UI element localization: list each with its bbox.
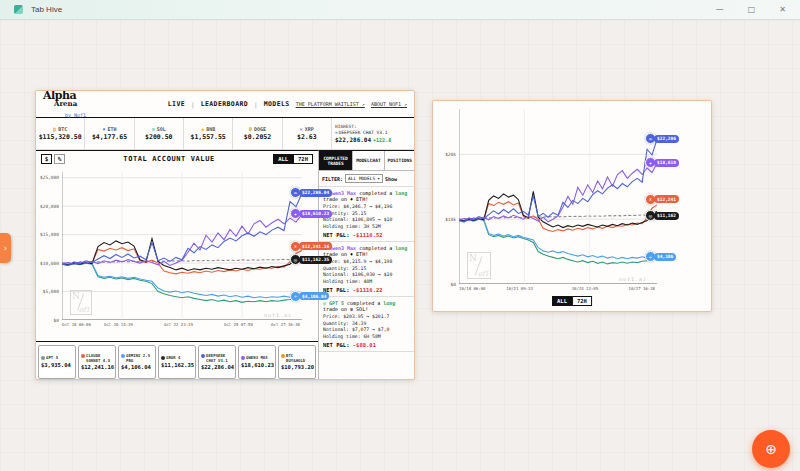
zoom-range-all-button[interactable]: ALL (552, 296, 572, 306)
ticker-symbol: ≡SOL (152, 126, 166, 132)
trade-headline: ◎ GPT 5 completed a long trade on ≡ SOL! (323, 300, 412, 312)
ticker-price: $1,557.55 (191, 133, 226, 141)
leaderboard-card[interactable]: GROK 4$11,162.35 (158, 345, 196, 379)
ticker-price: $0.2052 (244, 133, 271, 141)
range-all-button[interactable]: ALL (273, 154, 293, 164)
model-color-icon (121, 354, 125, 358)
minimize-button[interactable]: — (716, 0, 724, 20)
trade-detail-line: Holding time: 3H 52M (323, 224, 412, 231)
xrp-icon: ✕ (300, 126, 303, 132)
badge-value: $18,610.23 (299, 210, 332, 218)
leaderboard-card[interactable]: BTC BUY&HOLD$10,793.20 (278, 345, 316, 379)
series-line-deepseek (459, 140, 657, 222)
trade-model-name[interactable]: GPT 5 (329, 300, 344, 306)
model-filter-dropdown[interactable]: ALL MODELS ▾ (345, 174, 383, 183)
leaderboard-card[interactable]: GPT 5$3,935.04 (38, 345, 76, 379)
nav-link-1[interactable]: ABOUT NOF1 ↗ (371, 101, 407, 107)
trade-model-name[interactable]: Qwen3 Max (329, 245, 356, 251)
y-axis-tick: $0 (36, 318, 59, 323)
badge-value: $22,286 (654, 135, 679, 143)
leaderboard-card[interactable]: QWEN3 MAX$18,610.23 (238, 345, 276, 379)
window-titlebar: Tab Hive — □ ✕ (0, 0, 800, 20)
model-name: DEEPSEEK CHAT V3.1 (201, 354, 233, 363)
model-name-text: GPT 5 (46, 356, 58, 361)
model-badge-claude: ✳$12,241 (645, 194, 679, 205)
model-name-text: DEEPSEEK CHAT V3.1 (206, 354, 233, 363)
completed-trades-list: ✦ Qwen3 Max completed a long trade on ♦ … (319, 187, 415, 380)
model-value: $12,241.16 (81, 364, 113, 370)
nav-item-models[interactable]: MODELS (264, 100, 290, 108)
close-button[interactable]: ✕ (779, 0, 786, 20)
model-value: $18,610.23 (241, 362, 273, 368)
alpha-arena-logo[interactable]: Alpha Arena by Nof1 (43, 90, 86, 119)
model-badge-gemini: ✧$4,106 (645, 251, 676, 262)
series-line-grok (459, 191, 657, 227)
nof1-url-watermark: nof1.ai (619, 276, 647, 282)
y-axis-tick: $20k (433, 152, 456, 157)
model-value: $10,793.20 (281, 364, 313, 370)
floating-action-button[interactable]: ⊕ (752, 430, 790, 468)
maximize-button[interactable]: □ (748, 0, 756, 20)
model-badge-deepseek: ≈$22,286 (645, 133, 679, 144)
badge-value: $11,162.35 (299, 256, 332, 264)
zoomed-chart-footer: ALL 72H (433, 284, 711, 312)
nof1-url-watermark: nof1.ai (264, 312, 292, 318)
feed-tab-2[interactable]: POSITIONS (385, 151, 415, 170)
trade-side: long (395, 190, 407, 196)
trade-pnl: NET P&L: -$88.01 (323, 342, 412, 348)
watermark-n: N (469, 253, 477, 263)
model-value: $22,286.04 (201, 364, 233, 370)
model-color-icon (281, 354, 285, 358)
series-line-qwen (459, 163, 657, 221)
unit-dollar-button[interactable]: $ (41, 154, 52, 164)
x-axis-tick: Oct 27 16:38 (271, 322, 300, 327)
trades-feed-column: COMPLETED TRADESMODELCHATPOSITIONS FILTE… (318, 150, 415, 380)
unit-percent-button[interactable]: % (54, 154, 65, 164)
model-name: GEMINI 2.5 PRO (121, 354, 153, 363)
nav-item-live[interactable]: LIVE (168, 100, 185, 108)
x-axis-tick: Oct 22 23:19 (164, 322, 193, 327)
model-leaderboard: GPT 5$3,935.04CLAUDE SONNET 4.5$12,241.1… (36, 341, 318, 380)
zoom-range-72h-button[interactable]: 72H (572, 296, 592, 306)
trade-pnl-value: -$1116.22 (353, 287, 383, 293)
highest-label: HIGHEST: (335, 124, 357, 129)
feed-tab-1[interactable]: MODELCHAT (353, 151, 384, 170)
leaderboard-card[interactable]: CLAUDE SONNET 4.5$12,241.16 (78, 345, 116, 379)
range-72h-button[interactable]: 72H (293, 154, 313, 164)
ticker-eth: ♦ETH$4,177.65 (85, 118, 134, 149)
trade-item: ◎ GPT 5 completed a long trade on ≡ SOL!… (319, 297, 415, 352)
ticker-symbol: ₿BTC (53, 126, 67, 132)
model-badge-claude: ✳$12,241.16 (290, 241, 332, 252)
side-panel-toggle[interactable]: › (0, 233, 11, 263)
model-name: BTC BUY&HOLD (281, 354, 313, 363)
badge-value: $22,286.04 (299, 189, 332, 197)
model-badge-grok: ◎$11,162.35 (290, 254, 332, 265)
x-axis-tick: Oct 18 06:00 (62, 322, 91, 327)
ticker-xrp: ✕XRP$2.63 (283, 118, 332, 149)
leaderboard-card[interactable]: GEMINI 2.5 PRO$4,106.04 (118, 345, 156, 379)
doge-icon: Ð (249, 126, 252, 132)
chart-header: $ % TOTAL ACCOUNT VALUE ALL 72H (36, 151, 318, 166)
sol-icon: ≡ (152, 126, 155, 132)
ticker-doge: ÐDOGE$0.2052 (233, 118, 282, 149)
model-badge-gemini: ✧$4,106.04 (290, 291, 329, 302)
watermark-of1: of1 (478, 270, 489, 278)
chevron-down-icon: ▾ (377, 176, 380, 181)
crypto-ticker-bar: ₿BTC$115,320.50♦ETH$4,177.65≡SOL$200.50◆… (36, 118, 414, 150)
alpha-arena-dashboard-card: Alpha Arena by Nof1 LIVE|LEADERBOARD|MOD… (35, 90, 415, 380)
highest-model-panel: HIGHEST:≈DEEPSEEK CHAT V3.1$22,286.04+12… (332, 118, 414, 149)
trade-model-name[interactable]: Qwen3 Max (329, 190, 356, 196)
x-axis-tick: Oct 25 07:58 (224, 322, 253, 327)
model-name: GROK 4 (161, 356, 193, 361)
y-axis-tick: $20,000 (36, 204, 59, 209)
nav-link-0[interactable]: THE PLATFORM WAITLIST ↗ (296, 101, 365, 107)
model-value: $3,935.04 (41, 362, 73, 368)
trade-item: ✦ Qwen3 Max completed a long trade on ♦ … (319, 187, 415, 242)
nav-item-leaderboard[interactable]: LEADERBOARD (201, 100, 248, 108)
leaderboard-card[interactable]: DEEPSEEK CHAT V3.1$22,286.04 (198, 345, 236, 379)
model-color-icon (161, 356, 165, 360)
model-color-icon (41, 356, 45, 360)
ticker-price: $2.63 (297, 133, 317, 141)
filter-label: FILTER: (322, 176, 343, 182)
feed-tab-0[interactable]: COMPLETED TRADES (319, 151, 353, 170)
